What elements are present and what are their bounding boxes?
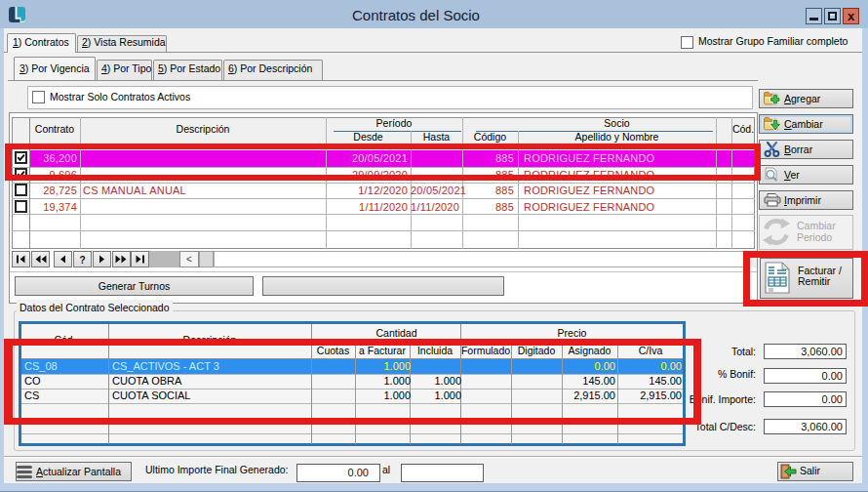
svg-text:?: ?	[80, 255, 86, 266]
